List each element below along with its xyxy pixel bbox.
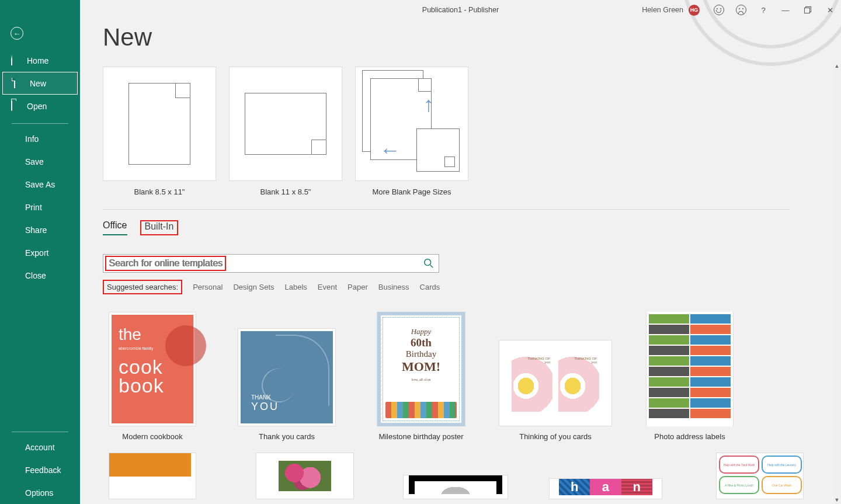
sidebar-item-saveas[interactable]: Save As bbox=[0, 173, 80, 196]
template-thumbnail: the abercrombie family cookbook bbox=[112, 315, 193, 423]
template-search-box: Search for online templates bbox=[103, 254, 439, 273]
help-button[interactable]: ? bbox=[752, 1, 774, 19]
suggested-link-cards[interactable]: Cards bbox=[420, 283, 440, 291]
template-label: Blank 11 x 8.5" bbox=[229, 187, 342, 196]
blank-template-landscape[interactable]: Blank 11 x 8.5" bbox=[229, 67, 342, 196]
suggested-link-personal[interactable]: Personal bbox=[193, 283, 223, 291]
template-thumbnail: THANK YOU bbox=[241, 331, 333, 423]
sidebar-label: Home bbox=[27, 56, 48, 65]
page-title: New bbox=[103, 23, 152, 51]
template-thumbnail bbox=[499, 340, 611, 426]
template-partial-row2-b[interactable] bbox=[256, 453, 354, 499]
home-icon bbox=[11, 55, 21, 65]
template-label: More Blank Page Sizes bbox=[355, 187, 468, 196]
sidebar-item-options[interactable]: Options bbox=[0, 481, 80, 504]
svg-line-11 bbox=[430, 265, 433, 268]
section-divider bbox=[103, 209, 790, 210]
template-partial-row2-e[interactable]: Help with the Yard WorkHelp with the Lau… bbox=[716, 453, 804, 499]
sidebar-label: Open bbox=[27, 102, 47, 111]
sidebar-label: New bbox=[30, 79, 46, 88]
sidebar-divider bbox=[12, 432, 68, 432]
back-button[interactable] bbox=[11, 27, 23, 40]
template-thumbnail bbox=[273, 455, 337, 497]
template-label: Modern cookbook bbox=[122, 432, 182, 441]
template-thumbnail bbox=[109, 453, 191, 499]
scroll-up-icon[interactable]: ▲ bbox=[833, 62, 841, 70]
template-thumbnail: han bbox=[559, 479, 652, 495]
sidebar-item-open[interactable]: Open bbox=[0, 95, 80, 117]
blank-template-portrait[interactable]: Blank 8.5 x 11" bbox=[103, 67, 216, 196]
close-button[interactable]: ✕ bbox=[819, 1, 841, 19]
page-portrait-icon bbox=[128, 83, 190, 165]
document-title: Publication1 - Publisher bbox=[422, 6, 499, 14]
more-sizes-icon: ↑← bbox=[362, 70, 461, 178]
feedback-smile-icon[interactable] bbox=[708, 1, 730, 19]
page-landscape-icon bbox=[245, 93, 326, 155]
suggested-link-design-sets[interactable]: Design Sets bbox=[233, 283, 274, 291]
template-partial-row2-d[interactable]: han bbox=[549, 478, 662, 499]
suggested-searches-label: Suggested searches: bbox=[103, 280, 182, 294]
sidebar-item-account[interactable]: Account bbox=[0, 436, 80, 458]
template-label: Thank you cards bbox=[259, 432, 315, 441]
template-thumbnail: Help with the Yard WorkHelp with the Lau… bbox=[717, 453, 804, 496]
title-bar: Publication1 - Publisher Helen Green HG … bbox=[80, 0, 841, 20]
user-name[interactable]: Helen Green bbox=[642, 6, 683, 14]
sidebar-item-export[interactable]: Export bbox=[0, 241, 80, 264]
tab-office[interactable]: Office bbox=[103, 220, 127, 235]
sidebar-item-close[interactable]: Close bbox=[0, 264, 80, 287]
minimize-button[interactable]: — bbox=[774, 1, 797, 19]
template-source-tabs: Office Built-In bbox=[103, 218, 815, 235]
svg-rect-9 bbox=[805, 8, 810, 13]
template-milestone-birthday-poster[interactable]: Happy 60th Birthday MOM! love, all of us… bbox=[371, 312, 471, 441]
sidebar-item-share[interactable]: Share bbox=[0, 218, 80, 241]
template-thumbnail bbox=[647, 312, 733, 426]
template-search-input[interactable] bbox=[103, 258, 423, 269]
template-partial-row2-a[interactable] bbox=[109, 453, 196, 499]
template-label: Thinking of you cards bbox=[519, 432, 592, 441]
sidebar-item-new[interactable]: New bbox=[2, 72, 78, 95]
restore-icon bbox=[804, 6, 811, 13]
template-thumbnail: Happy 60th Birthday MOM! love, all of us bbox=[377, 312, 465, 426]
template-label: Blank 8.5 x 11" bbox=[103, 187, 216, 196]
sidebar-divider bbox=[12, 123, 68, 124]
template-modern-cookbook[interactable]: the abercrombie family cookbook Modern c… bbox=[103, 312, 202, 441]
template-thank-you-cards[interactable]: THANK YOU Thank you cards bbox=[237, 312, 336, 441]
backstage-sidebar: Home New Open Info Save Save As Print Sh… bbox=[0, 0, 80, 504]
user-avatar[interactable]: HG bbox=[689, 5, 700, 16]
main-content: Publication1 - Publisher Helen Green HG … bbox=[80, 0, 841, 504]
sidebar-item-feedback[interactable]: Feedback bbox=[0, 458, 80, 481]
svg-point-10 bbox=[425, 259, 431, 266]
suggested-link-business[interactable]: Business bbox=[378, 283, 409, 291]
sidebar-item-save[interactable]: Save bbox=[0, 150, 80, 173]
restore-button[interactable] bbox=[797, 1, 819, 19]
suggested-link-event[interactable]: Event bbox=[318, 283, 337, 291]
template-label: Photo address labels bbox=[654, 432, 725, 441]
template-thumbnail bbox=[409, 475, 502, 494]
suggested-link-paper[interactable]: Paper bbox=[347, 283, 368, 291]
folder-open-icon bbox=[11, 101, 21, 111]
sidebar-item-home[interactable]: Home bbox=[0, 49, 80, 72]
sidebar-item-print[interactable]: Print bbox=[0, 196, 80, 218]
sidebar-item-info[interactable]: Info bbox=[0, 127, 80, 150]
template-photo-address-labels[interactable]: Photo address labels bbox=[640, 312, 739, 441]
search-icon[interactable] bbox=[423, 258, 434, 269]
feedback-frown-icon[interactable] bbox=[730, 1, 752, 19]
document-icon bbox=[14, 78, 24, 88]
scroll-down-icon[interactable]: ▼ bbox=[833, 496, 841, 504]
more-blank-page-sizes[interactable]: ↑← More Blank Page Sizes bbox=[355, 67, 468, 196]
vertical-scrollbar[interactable]: ▲ ▼ bbox=[833, 62, 841, 504]
template-partial-row2-c[interactable] bbox=[403, 475, 508, 499]
template-thinking-of-you-cards[interactable]: Thinking of you cards bbox=[506, 312, 605, 441]
suggested-link-labels[interactable]: Labels bbox=[285, 283, 307, 291]
tab-builtin[interactable]: Built-In bbox=[140, 220, 179, 235]
template-label: Milestone birthday poster bbox=[378, 432, 463, 441]
